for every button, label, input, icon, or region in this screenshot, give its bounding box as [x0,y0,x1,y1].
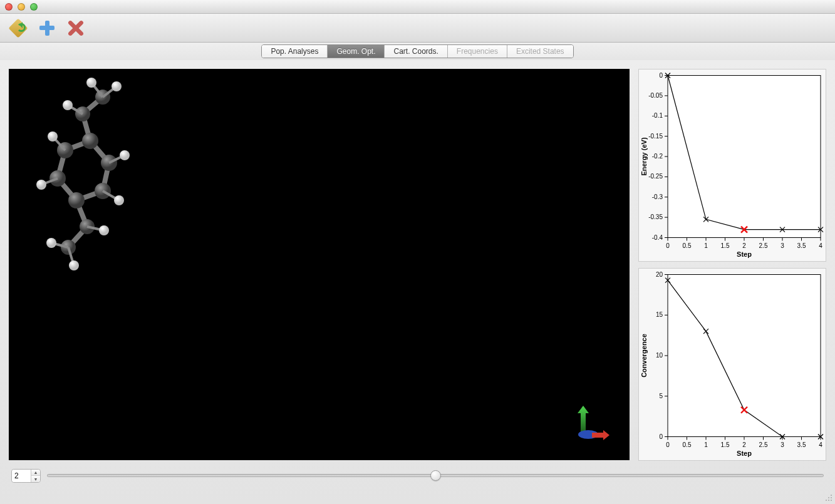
svg-text:Convergence: Convergence [640,334,648,378]
svg-text:0.5: 0.5 [683,441,692,448]
convergence-chart[interactable]: 00.511.522.533.5405101520StepConvergence [638,268,826,461]
svg-text:Energy (eV): Energy (eV) [640,137,648,175]
svg-text:-0.3: -0.3 [652,193,663,200]
svg-text:20: 20 [656,271,663,278]
tab-strip: Pop. AnalysesGeom. Opt.Cart. Coords.Freq… [0,43,835,60]
svg-text:2.5: 2.5 [759,242,768,249]
tab-freq: Frequencies [448,45,507,58]
svg-text:3.5: 3.5 [797,242,806,249]
svg-point-38 [46,238,56,248]
remove-button[interactable] [66,19,85,38]
reload-arrow-icon [17,23,26,32]
app-window: Pop. AnalysesGeom. Opt.Cart. Coords.Freq… [0,0,835,504]
slider-thumb[interactable] [430,470,441,481]
svg-rect-138 [826,500,827,501]
x-icon [68,20,84,36]
svg-text:1.5: 1.5 [721,441,730,448]
svg-rect-43 [668,76,821,238]
svg-text:2: 2 [742,242,746,249]
svg-text:10: 10 [656,352,663,359]
svg-rect-135 [831,495,832,496]
svg-rect-136 [828,497,829,498]
svg-text:Step: Step [737,250,752,258]
svg-point-31 [120,150,130,160]
svg-text:15: 15 [656,311,663,318]
content-area: 00.511.522.533.540-0.05-0.1-0.15-0.2-0.2… [0,60,835,504]
step-controls: ▲ ▼ [9,469,826,483]
svg-text:3.5: 3.5 [797,441,806,448]
reload-button[interactable] [9,19,28,38]
svg-text:2.5: 2.5 [759,441,768,448]
step-down-button[interactable]: ▼ [31,476,40,482]
svg-text:0: 0 [666,441,670,448]
svg-text:4: 4 [819,441,822,448]
svg-text:0.5: 0.5 [683,242,692,249]
tab-geom[interactable]: Geom. Opt. [328,45,385,58]
molecule-viewport[interactable] [9,69,630,460]
axis-gizmo [567,404,611,441]
svg-text:4: 4 [819,242,822,249]
step-input[interactable] [12,470,31,482]
plus-icon [38,19,56,37]
svg-point-32 [114,195,124,205]
svg-point-39 [69,260,79,270]
svg-point-36 [86,78,96,88]
svg-text:Step: Step [737,450,752,457]
svg-text:1: 1 [704,441,708,448]
svg-text:0: 0 [659,433,663,440]
svg-text:1: 1 [704,242,708,249]
svg-rect-139 [828,500,829,501]
title-bar [0,0,835,14]
svg-text:-0.25: -0.25 [648,173,663,180]
svg-rect-93 [668,275,821,437]
energy-chart[interactable]: 00.511.522.533.540-0.05-0.1-0.15-0.2-0.2… [638,69,826,262]
window-minimize-button[interactable] [18,3,25,11]
svg-point-35 [112,81,122,91]
svg-text:0: 0 [666,242,670,249]
step-slider[interactable] [47,470,824,482]
toolbar [0,14,835,43]
svg-text:-0.35: -0.35 [648,213,663,220]
tab-excited: Excited States [507,45,573,58]
svg-text:-0.15: -0.15 [648,133,663,140]
window-zoom-button[interactable] [30,3,38,11]
molecule-render [9,69,147,282]
window-close-button[interactable] [5,3,13,11]
svg-marker-40 [578,406,589,434]
svg-text:-0.2: -0.2 [652,153,663,160]
svg-text:5: 5 [659,393,663,399]
svg-text:-0.4: -0.4 [652,234,663,241]
svg-text:2: 2 [742,441,746,448]
svg-text:-0.1: -0.1 [652,112,663,119]
charts-panel: 00.511.522.533.540-0.05-0.1-0.15-0.2-0.2… [638,69,826,460]
svg-text:-0.05: -0.05 [648,92,663,99]
step-stepper[interactable]: ▲ ▼ [11,469,41,483]
svg-point-30 [48,131,58,141]
svg-point-11 [82,133,98,149]
tab-cart[interactable]: Cart. Coords. [385,45,447,58]
svg-point-14 [68,192,85,208]
svg-text:0: 0 [659,72,663,79]
svg-rect-137 [831,497,832,498]
tab-pop[interactable]: Pop. Analyses [262,45,328,58]
step-up-button[interactable]: ▲ [31,470,40,476]
tab-segmented-control: Pop. AnalysesGeom. Opt.Cart. Coords.Freq… [261,44,573,58]
svg-rect-140 [831,500,832,501]
svg-text:3: 3 [781,441,784,448]
svg-point-33 [36,180,46,190]
svg-text:3: 3 [781,242,784,249]
svg-point-37 [99,225,109,235]
add-button[interactable] [38,19,56,38]
svg-text:1.5: 1.5 [721,242,730,249]
svg-point-34 [63,100,73,110]
resize-grip[interactable] [824,493,833,502]
